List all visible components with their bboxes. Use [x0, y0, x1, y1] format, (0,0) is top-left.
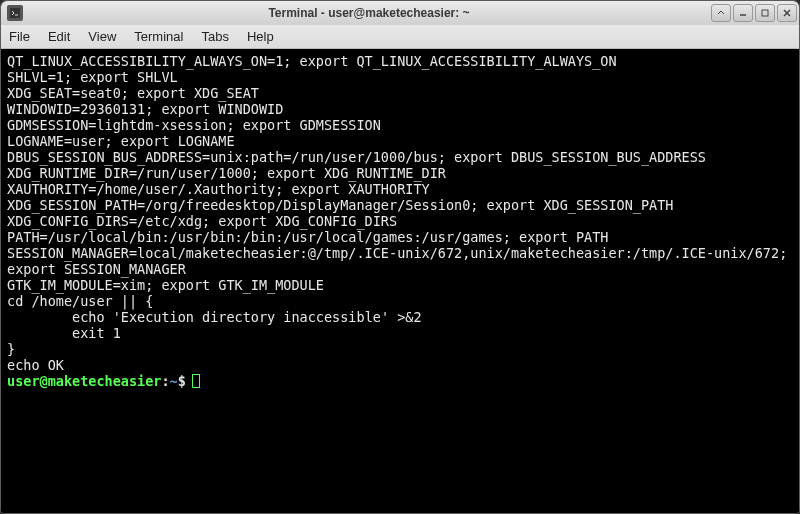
- terminal-output[interactable]: QT_LINUX_ACCESSIBILITY_ALWAYS_ON=1; expo…: [1, 49, 799, 513]
- cursor: [192, 374, 200, 388]
- titlebar: Terminal - user@maketecheasier: ~: [1, 1, 799, 25]
- menu-edit[interactable]: Edit: [48, 29, 70, 44]
- maximize-button[interactable]: [755, 4, 775, 22]
- prompt-path: ~: [170, 373, 178, 389]
- svg-rect-0: [10, 8, 20, 18]
- shade-button[interactable]: [711, 4, 731, 22]
- menu-view[interactable]: View: [88, 29, 116, 44]
- menu-file[interactable]: File: [9, 29, 30, 44]
- window-controls: [709, 4, 799, 22]
- menubar: File Edit View Terminal Tabs Help: [1, 25, 799, 49]
- menu-help[interactable]: Help: [247, 29, 274, 44]
- minimize-button[interactable]: [733, 4, 753, 22]
- close-button[interactable]: [777, 4, 797, 22]
- prompt-colon: :: [161, 373, 169, 389]
- window-title: Terminal - user@maketecheasier: ~: [29, 6, 709, 20]
- prompt-sigil: $: [178, 373, 186, 389]
- prompt-user-host: user@maketecheasier: [7, 373, 161, 389]
- menu-tabs[interactable]: Tabs: [201, 29, 228, 44]
- menu-terminal[interactable]: Terminal: [134, 29, 183, 44]
- svg-rect-3: [762, 10, 768, 16]
- terminal-icon: [7, 5, 23, 21]
- terminal-text: QT_LINUX_ACCESSIBILITY_ALWAYS_ON=1; expo…: [7, 53, 795, 373]
